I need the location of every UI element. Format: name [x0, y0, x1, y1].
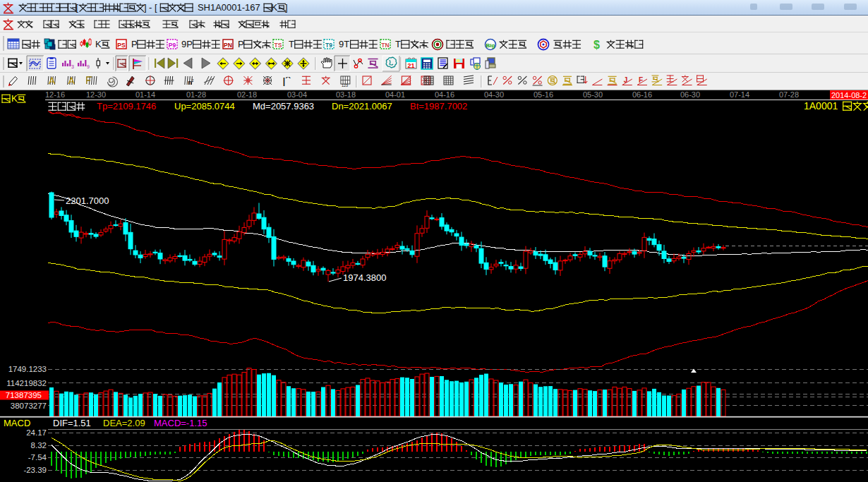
svg-text:2201.7000: 2201.7000: [66, 195, 109, 206]
svg-text:T9: T9: [325, 42, 332, 49]
svg-text:24.17: 24.17: [26, 428, 47, 437]
svg-text:71387395: 71387395: [6, 391, 42, 399]
svg-text:02-18: 02-18: [237, 90, 257, 99]
svg-text:P9: P9: [169, 42, 176, 49]
svg-text:[: [: [76, 2, 78, 13]
svg-text:-23.39: -23.39: [23, 466, 47, 474]
svg-text:1A0001: 1A0001: [804, 100, 840, 112]
svg-text:1974.3800: 1974.3800: [343, 272, 386, 283]
svg-text:DIF=1.51: DIF=1.51: [53, 418, 91, 428]
svg-text:04-16: 04-16: [435, 90, 454, 99]
svg-text:21: 21: [407, 62, 414, 69]
svg-text:-7.54: -7.54: [28, 453, 47, 462]
svg-text:K: K: [11, 93, 18, 104]
svg-text:04-30: 04-30: [484, 90, 504, 99]
svg-text:MACD: MACD: [4, 418, 30, 428]
svg-text:] - [: ] - [: [144, 2, 157, 13]
svg-text:01-28: 01-28: [186, 90, 206, 99]
svg-text:K: K: [95, 39, 102, 49]
svg-text:DEA=2.09: DEA=2.09: [103, 418, 145, 428]
svg-text:123: 123: [342, 83, 348, 88]
svg-text:12-30: 12-30: [86, 90, 106, 99]
svg-text:1749.1233: 1749.1233: [8, 365, 47, 373]
svg-text:9P: 9P: [181, 39, 193, 49]
svg-text:SH1A0001-167: SH1A0001-167: [193, 2, 260, 13]
svg-text:Bt=1987.7002: Bt=1987.7002: [410, 101, 467, 112]
svg-text:]: ]: [285, 2, 288, 13]
svg-text:38073277: 38073277: [11, 402, 47, 410]
svg-text:05-30: 05-30: [583, 90, 603, 99]
svg-text:9T: 9T: [339, 39, 349, 49]
svg-text:TN: TN: [381, 42, 389, 49]
svg-text:3: 3: [71, 64, 74, 69]
svg-text:06-30: 06-30: [680, 90, 700, 99]
svg-text:|´`: |´`: [283, 76, 291, 86]
svg-text:$: $: [593, 39, 600, 51]
svg-text:P: P: [131, 39, 138, 49]
svg-text:Dn=2021.0067: Dn=2021.0067: [332, 101, 392, 112]
svg-text:9: 9: [87, 64, 90, 69]
svg-text:114219832: 114219832: [6, 379, 47, 387]
svg-text:07-28: 07-28: [779, 90, 799, 99]
svg-text:01-14: 01-14: [135, 90, 155, 99]
svg-text:03-18: 03-18: [336, 90, 356, 99]
svg-text:05-16: 05-16: [534, 90, 553, 99]
svg-text:TS: TS: [275, 42, 282, 49]
svg-text:PN: PN: [224, 42, 232, 49]
svg-text:Big: Big: [486, 42, 495, 49]
svg-text:P: P: [238, 39, 244, 49]
svg-text:PS: PS: [117, 42, 126, 49]
svg-text:T: T: [395, 39, 401, 49]
svg-text:MACD=-1.15: MACD=-1.15: [154, 418, 207, 428]
svg-text:K: K: [272, 2, 278, 13]
svg-text:12-16: 12-16: [45, 90, 65, 99]
svg-text:2014-08-2: 2014-08-2: [831, 91, 867, 100]
svg-text:T: T: [289, 39, 294, 49]
svg-text:04-01: 04-01: [385, 90, 405, 99]
svg-text:Md=2057.9363: Md=2057.9363: [253, 101, 314, 112]
svg-text:8.32: 8.32: [31, 441, 47, 450]
svg-text:Up=2085.0744: Up=2085.0744: [174, 101, 235, 112]
svg-text:07-14: 07-14: [730, 90, 749, 99]
svg-text:06-16: 06-16: [632, 90, 652, 99]
svg-text:03-04: 03-04: [287, 90, 307, 99]
svg-text:Tp=2109.1746: Tp=2109.1746: [97, 101, 156, 112]
